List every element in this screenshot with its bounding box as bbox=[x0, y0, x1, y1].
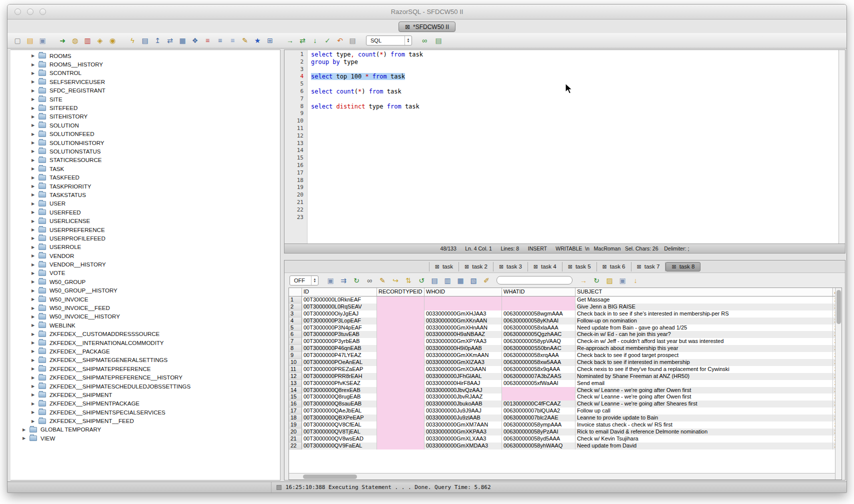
table-row[interactable]: 1200T3000000PRR8rEAH0033000000JFhGlAAL00… bbox=[289, 373, 835, 380]
tree-item-zkfedex-package[interactable]: ▶ZKFEDEX__PACKAGE bbox=[10, 347, 280, 356]
tree-item-staticresource[interactable]: ▶STATICRESOURCE bbox=[10, 156, 280, 164]
table-cell[interactable] bbox=[377, 373, 424, 380]
tree-item-rooms-history[interactable]: ▶ROOMS__HISTORY bbox=[10, 60, 280, 68]
table-cell[interactable] bbox=[377, 400, 424, 408]
table-row[interactable]: 300T3000000OiyJgEAJ0033000000GmXHJAA3006… bbox=[289, 310, 835, 318]
table-cell[interactable]: 006300000058ypVAAQ bbox=[502, 338, 576, 345]
table-cell[interactable]: Leanne to provide update to Bain bbox=[576, 414, 833, 422]
tree-item-taskfeed[interactable]: ▶TASKFEED bbox=[10, 173, 280, 182]
code-line[interactable] bbox=[311, 110, 838, 118]
disclosure-triangle-icon[interactable]: ▶ bbox=[30, 323, 36, 328]
table-cell[interactable]: 00630000007blQUAA2 bbox=[502, 408, 576, 414]
tree-item-solution[interactable]: ▶SOLUTION bbox=[10, 121, 280, 130]
mode-select[interactable]: SQL ▲▼ bbox=[366, 36, 412, 46]
vertical-splitter[interactable] bbox=[280, 48, 284, 482]
database-icon[interactable]: ◉ bbox=[108, 36, 118, 46]
table-row[interactable]: 1500T3000000Q8rugEAB0033000000JbvRJAAZCh… bbox=[289, 394, 835, 400]
column-header-subject[interactable]: SUBJECT bbox=[576, 288, 833, 296]
table-cell[interactable] bbox=[377, 442, 424, 450]
view-executed-icon[interactable]: ∞ bbox=[420, 36, 430, 46]
table-cell[interactable] bbox=[377, 366, 424, 373]
table-row[interactable]: 700T3000000P3yrbEAB0033000000GmXPYAA3006… bbox=[289, 338, 835, 345]
tree-item-zkfedex-shipmentspecialservices[interactable]: ▶ZKFEDEX__SHIPMENTSPECIALSERVICES bbox=[10, 408, 280, 416]
tab-close-icon[interactable]: ⊠ bbox=[534, 264, 538, 270]
disclosure-triangle-icon[interactable]: ▶ bbox=[30, 210, 36, 214]
code-line[interactable] bbox=[311, 125, 838, 132]
disclosure-triangle-icon[interactable]: ▶ bbox=[30, 192, 36, 197]
insert-row-icon[interactable]: ↪ bbox=[390, 276, 400, 286]
disclosure-triangle-icon[interactable]: ▶ bbox=[30, 132, 36, 136]
table-cell[interactable]: 006300000058yKhAAI bbox=[502, 318, 576, 324]
disclosure-triangle-icon[interactable]: ▶ bbox=[30, 140, 36, 145]
results-tab-task-7[interactable]: ⊠task 7 bbox=[632, 262, 666, 272]
filter-results-icon[interactable]: ⇉ bbox=[338, 276, 348, 286]
table-row[interactable]: 500T3000000P3N4pEAF0033000000GmXHnAAN006… bbox=[289, 324, 835, 332]
tree-item-sfdc-registrant[interactable]: ▶SFDC_REGISTRANT bbox=[10, 86, 280, 95]
tree-item-solutionfeed[interactable]: ▶SOLUTIONFEED bbox=[10, 130, 280, 138]
table-cell[interactable]: 006300000058xrqAAA bbox=[502, 352, 576, 359]
results-tab-task[interactable]: ⊠task bbox=[429, 262, 459, 272]
view-record-icon[interactable]: ∞ bbox=[364, 276, 374, 286]
code-line[interactable]: select distinct type from task bbox=[311, 103, 838, 110]
connect-db-icon[interactable]: ➜ bbox=[58, 36, 68, 46]
disclosure-triangle-icon[interactable]: ▶ bbox=[30, 97, 36, 102]
table-cell[interactable]: 006300000058xw5AAA bbox=[502, 359, 576, 366]
tree-item-sitehistory[interactable]: ▶SITEHISTORY bbox=[10, 112, 280, 121]
table-row[interactable]: 2200T3000000QV9FaEAL0033000000GmXMDAA300… bbox=[289, 442, 835, 450]
disclosure-triangle-icon[interactable]: ▶ bbox=[30, 384, 36, 388]
sql-code-area[interactable]: select type, count(*) from taskgroup by … bbox=[308, 50, 838, 244]
table-row[interactable]: 1300T3000000PfvKSEAZ0033000000HirF8AAJ00… bbox=[289, 380, 835, 387]
export-data-icon[interactable]: ↥ bbox=[152, 36, 162, 46]
table-cell[interactable] bbox=[377, 331, 424, 338]
edit-notes-icon[interactable]: ▨ bbox=[604, 276, 614, 286]
code-line[interactable] bbox=[311, 66, 838, 74]
new-file-icon[interactable]: ▢ bbox=[12, 36, 22, 46]
table-cell[interactable]: 00T3000000QV8CfEAL bbox=[302, 422, 377, 428]
code-line[interactable] bbox=[311, 199, 838, 206]
tree-item-zkfedex-customaddresssource[interactable]: ▶ZKFEDEX__CUSTOMADDRESSSOURCE bbox=[10, 330, 280, 338]
table-cell[interactable]: 006300000058yd5AAA bbox=[502, 436, 576, 442]
results-hscrollbar[interactable] bbox=[289, 473, 835, 480]
form-view-icon[interactable]: ▤ bbox=[430, 276, 440, 286]
disclosure-triangle-icon[interactable]: ▶ bbox=[30, 176, 36, 180]
combo-stepper-icon[interactable]: ▲▼ bbox=[404, 36, 412, 45]
table-row[interactable]: 1600T3000000Q8sauEAB0033000000JbukoAAB00… bbox=[289, 400, 835, 408]
table-cell[interactable]: 00T3000000Q8rexEAB bbox=[302, 387, 377, 394]
table-cell[interactable]: 00T3000000QBXPeEAP bbox=[302, 414, 377, 422]
disclosure-triangle-icon[interactable]: ▶ bbox=[30, 158, 36, 162]
rollback-icon[interactable]: ↶ bbox=[335, 36, 345, 46]
disclosure-triangle-icon[interactable]: ▶ bbox=[30, 202, 36, 206]
table-cell[interactable]: Check back to see if good target prospec… bbox=[576, 352, 833, 359]
disclosure-triangle-icon[interactable]: ▶ bbox=[30, 54, 36, 58]
table-cell[interactable]: 0033000000JbvQzAAJ bbox=[424, 387, 502, 394]
table-cell[interactable] bbox=[377, 428, 424, 436]
table-cell[interactable]: 006300000058yPzAAI bbox=[502, 428, 576, 436]
code-line[interactable] bbox=[311, 206, 838, 214]
column-header-whatid[interactable]: WHATID bbox=[502, 288, 576, 296]
table-cell[interactable]: 0033000000GmXPYAA3 bbox=[424, 338, 502, 345]
tree-item-vendor-history[interactable]: ▶VENDOR__HISTORY bbox=[10, 260, 280, 268]
table-cell[interactable]: 00T3000000P3LopEAF bbox=[302, 318, 377, 324]
code-line[interactable] bbox=[311, 147, 838, 154]
tree-item-zkfedex-shipmentpackage[interactable]: ▶ZKFEDEX__SHIPMENTPACKAGE bbox=[10, 400, 280, 408]
table-cell[interactable] bbox=[424, 304, 502, 310]
table-cell[interactable]: 00T3000000QV8wsEAD bbox=[302, 436, 377, 442]
table-cell[interactable] bbox=[377, 318, 424, 324]
table-cell[interactable]: Check w/ Leanne - we're going after Shea… bbox=[576, 400, 833, 408]
table-cell[interactable] bbox=[377, 345, 424, 352]
table-cell[interactable] bbox=[377, 422, 424, 428]
results-list-icon[interactable]: ▤ bbox=[434, 36, 444, 46]
tree-item-zkfedex-shipmatescheduledjobssettings[interactable]: ▶ZKFEDEX__SHIPMATESCHEDULEDJOBSSETTINGS bbox=[10, 382, 280, 390]
execute-fetch-icon[interactable]: ↓ bbox=[310, 36, 320, 46]
table-row[interactable]: 1900T3000000QV8CfEAL0033000000GmXM7AAN00… bbox=[289, 422, 835, 428]
disclosure-triangle-icon[interactable]: ▶ bbox=[30, 340, 36, 345]
table-cell[interactable]: Get Massage bbox=[576, 296, 833, 304]
table-cell[interactable]: Send email bbox=[576, 380, 833, 387]
table-row[interactable]: 100T3000000L0RknEAFGet Massage200 bbox=[289, 296, 835, 304]
page-view-icon[interactable]: ▥ bbox=[442, 276, 452, 286]
tree-item-w50-invoice-feed[interactable]: ▶W50_INVOICE__FEED bbox=[10, 304, 280, 312]
table-row[interactable]: 1400T3000000Q8rexEAB0033000000JbvQzAAJCh… bbox=[289, 387, 835, 394]
tab-close-icon[interactable]: ⊠ bbox=[464, 264, 469, 270]
disclosure-triangle-icon[interactable]: ▶ bbox=[30, 280, 36, 284]
disclosure-triangle-icon[interactable]: ▶ bbox=[30, 332, 36, 336]
